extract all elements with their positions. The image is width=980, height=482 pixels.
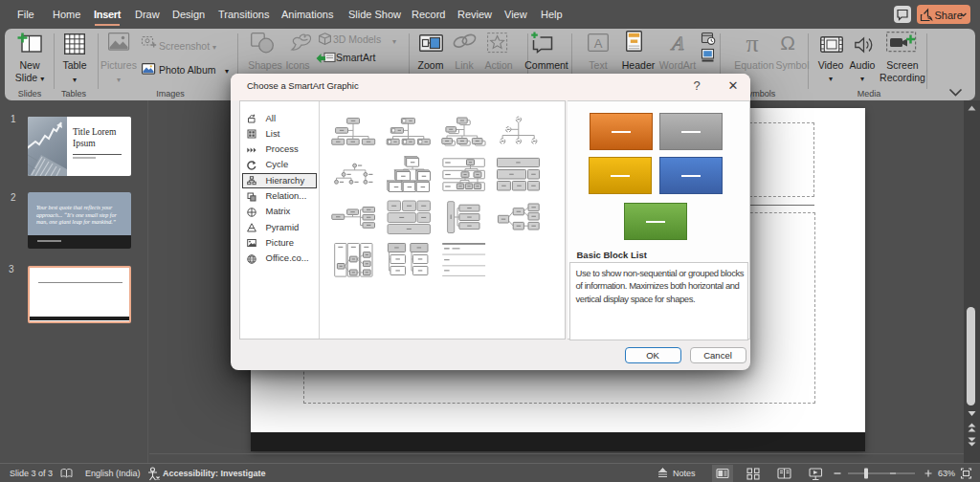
svg-text:π: π	[746, 30, 758, 57]
svg-text:Share: Share	[935, 10, 963, 21]
svg-text:Ω: Ω	[780, 32, 795, 54]
svg-text:A: A	[594, 36, 603, 51]
svg-text:A: A	[669, 33, 686, 54]
